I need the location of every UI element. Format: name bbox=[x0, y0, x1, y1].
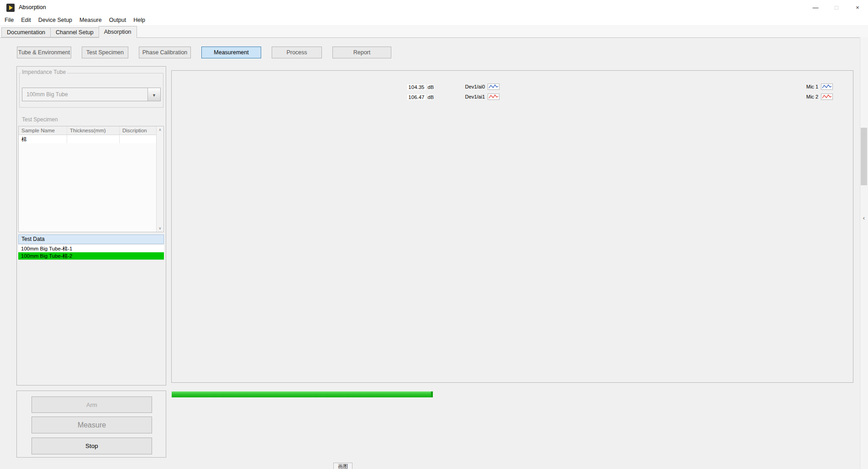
menu-measure[interactable]: Measure bbox=[76, 17, 105, 23]
stop-button[interactable]: Stop bbox=[32, 438, 152, 454]
progress-bar bbox=[172, 391, 433, 397]
level-value-ai0: 104.35 bbox=[407, 84, 425, 90]
subtab-test-specimen[interactable]: Test Specimen bbox=[82, 47, 128, 58]
legend-mic2[interactable]: Mic 2 bbox=[788, 93, 833, 100]
test-data-header: Test Data bbox=[18, 234, 164, 244]
tube-select[interactable]: 100mm Big Tube ▼ bbox=[22, 88, 161, 101]
test-specimen-label: Test Specimen bbox=[21, 116, 59, 123]
title-bar: Absorption — □ × bbox=[0, 0, 868, 15]
column-sample-name: Sample Name bbox=[19, 126, 67, 135]
table-scrollbar[interactable]: ∧ ∨ bbox=[156, 126, 163, 232]
labview-arrow-icon bbox=[9, 5, 13, 10]
legend-label-ai1: Dev1/ai1 bbox=[465, 94, 485, 99]
cell-sample-name: 棉 bbox=[19, 135, 67, 143]
test-specimen-table: Sample Name Thickness(mm) Discription 棉 … bbox=[18, 126, 164, 232]
collapse-left-icon[interactable]: ‹ bbox=[860, 214, 868, 221]
column-discription: Discription bbox=[120, 126, 156, 135]
waveform-glyph-icon bbox=[821, 83, 833, 90]
menu-bar: File Edit Device Setup Measure Output He… bbox=[0, 15, 868, 25]
subtab-process[interactable]: Process bbox=[272, 47, 322, 58]
menu-help[interactable]: Help bbox=[130, 17, 149, 23]
scroll-down-icon[interactable]: ∨ bbox=[157, 226, 163, 230]
waveform-glyph-icon bbox=[488, 83, 500, 90]
level-value-ai1: 106.47 bbox=[407, 94, 425, 100]
menu-device-setup[interactable]: Device Setup bbox=[35, 17, 76, 23]
tab-channel-setup[interactable]: Channel Setup bbox=[50, 27, 99, 37]
cell-discription bbox=[120, 135, 156, 143]
subtab-measurement[interactable]: Measurement bbox=[201, 47, 261, 58]
table-row[interactable]: 棉 bbox=[19, 135, 163, 143]
main-tab-strip: Documentation Channel Setup Absorption bbox=[0, 25, 868, 37]
legend-label-mic1: Mic 1 bbox=[806, 84, 818, 89]
level-readout-ai0: 104.35 dB bbox=[393, 83, 434, 90]
table-header: Sample Name Thickness(mm) Discription bbox=[19, 126, 163, 135]
legend-label-ai0: Dev1/ai0 bbox=[465, 84, 485, 89]
vertical-scrollbar[interactable] bbox=[860, 37, 868, 469]
combo-arrow-button[interactable]: ▼ bbox=[147, 88, 160, 101]
legend-mic1[interactable]: Mic 1 bbox=[788, 83, 833, 90]
charts-panel bbox=[171, 70, 853, 383]
test-data-label: Test Data bbox=[21, 236, 45, 242]
menu-output[interactable]: Output bbox=[105, 17, 130, 23]
waveform-glyph-icon bbox=[488, 94, 500, 100]
subtab-report[interactable]: Report bbox=[332, 47, 391, 58]
chevron-down-icon: ▼ bbox=[152, 93, 156, 98]
minimize-button[interactable]: — bbox=[805, 0, 826, 15]
test-data-item[interactable]: 100mm Big Tube-棉-1 bbox=[18, 245, 164, 252]
subtab-phase-calibration[interactable]: Phase Calibration bbox=[139, 47, 191, 58]
measure-button[interactable]: Measure bbox=[32, 417, 152, 433]
tab-absorption[interactable]: Absorption bbox=[99, 26, 137, 38]
window-title: Absorption bbox=[19, 0, 46, 15]
scroll-up-icon[interactable]: ∧ bbox=[157, 128, 163, 132]
menu-file[interactable]: File bbox=[1, 17, 17, 23]
app-icon bbox=[6, 4, 15, 12]
column-thickness: Thickness(mm) bbox=[67, 126, 120, 135]
maximize-button[interactable]: □ bbox=[826, 0, 847, 15]
bottom-tab-draw[interactable]: 画图 bbox=[333, 463, 352, 469]
level-unit-ai1: dB bbox=[428, 94, 434, 100]
test-data-item-selected[interactable]: 100mm Big Tube-棉-2 bbox=[18, 252, 164, 260]
cell-thickness bbox=[67, 135, 120, 143]
arm-button[interactable]: Arm bbox=[32, 396, 152, 413]
legend-dev1-ai1[interactable]: Dev1/ai1 bbox=[452, 93, 500, 100]
level-readout-ai1: 106.47 dB bbox=[393, 94, 434, 100]
scrollbar-thumb[interactable] bbox=[861, 128, 867, 185]
menu-edit[interactable]: Edit bbox=[17, 17, 35, 23]
window-controls: — □ × bbox=[805, 0, 868, 15]
progress-fill bbox=[172, 391, 433, 397]
waveform-glyph-icon bbox=[821, 94, 833, 100]
legend-dev1-ai0[interactable]: Dev1/ai0 bbox=[452, 83, 500, 90]
impedance-tube-label: Impendance Tube bbox=[21, 69, 67, 75]
legend-label-mic2: Mic 2 bbox=[806, 94, 818, 99]
subtab-tube-environment[interactable]: Tube & Environment bbox=[17, 47, 71, 58]
close-button[interactable]: × bbox=[847, 0, 868, 15]
level-unit-ai0: dB bbox=[428, 84, 434, 90]
tab-documentation[interactable]: Documentation bbox=[1, 27, 51, 37]
tube-select-value: 100mm Big Tube bbox=[26, 88, 68, 101]
